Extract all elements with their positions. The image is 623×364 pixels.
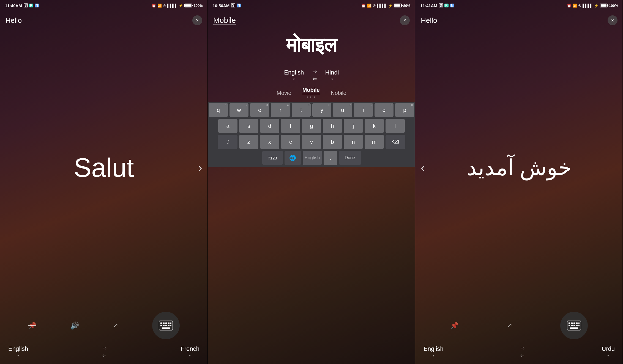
panel-title-left: Hello — [6, 16, 22, 25]
mid-panel: 10:50AM 🅂 N ⏰ 📶 ® ▌▌▌▌ ⚡ 89% Mobile × मो… — [208, 0, 416, 364]
lang-selector-mid: English ▾ ⇒ ⇐ Hindi ▾ — [208, 65, 416, 84]
svg-rect-5 — [170, 322, 171, 324]
key-d[interactable]: d — [260, 119, 279, 133]
svg-rect-13 — [569, 322, 570, 324]
pin-icon-left[interactable]: 📌 — [28, 322, 36, 329]
key-h[interactable]: h — [323, 119, 342, 133]
nav-row-left: ‹ Salut › — [0, 153, 208, 183]
svg-rect-8 — [165, 325, 167, 326]
suggestion-dots: • • • — [307, 95, 315, 99]
status-bar-right: 11:41AM 🅂 R N ⏰ 📶 ® ▌▌▌▌ ⚡ 100% — [415, 0, 623, 11]
key-i[interactable]: 8i — [354, 103, 373, 117]
close-button-right[interactable]: × — [608, 15, 617, 25]
close-button-left[interactable]: × — [192, 15, 202, 25]
svg-rect-16 — [576, 322, 578, 324]
key-t[interactable]: 5t — [292, 103, 311, 117]
svg-rect-3 — [165, 322, 167, 324]
key-w[interactable]: 2w — [229, 103, 248, 117]
key-x[interactable]: x — [260, 135, 279, 149]
suggestions-row: Movie Mobile • • • Nobile — [208, 84, 416, 102]
svg-rect-18 — [569, 325, 570, 326]
key-e[interactable]: 3e — [250, 103, 269, 117]
lang-to-left[interactable]: French ▾ — [181, 345, 199, 357]
key-g[interactable]: g — [302, 119, 321, 133]
keyboard-row-1: 1q 2w 3e 4r 5t 6y 7u 8i 9o 0p — [208, 102, 416, 118]
translation-area-right: ‹ خوش آمدید › — [415, 27, 623, 308]
suggestion-mobile[interactable]: Mobile — [302, 87, 320, 94]
lang-from-mid[interactable]: English ▾ — [284, 69, 304, 81]
lang-from-left[interactable]: English ▾ — [8, 345, 28, 357]
pin-icon-right[interactable]: 📌 — [450, 322, 459, 329]
svg-rect-1 — [160, 322, 162, 324]
key-z[interactable]: z — [239, 135, 258, 149]
key-q[interactable]: 1q — [209, 103, 228, 117]
expand-icon-left[interactable]: ⤢ — [113, 322, 118, 329]
key-m[interactable]: m — [365, 135, 384, 149]
svg-rect-9 — [168, 325, 170, 326]
key-o[interactable]: 9o — [375, 103, 394, 117]
key-delete[interactable]: ⌫ — [386, 135, 405, 149]
svg-rect-11 — [162, 327, 170, 329]
volume-icon-left[interactable]: 🔊 — [70, 321, 79, 330]
svg-rect-4 — [168, 322, 170, 324]
battery-icon-right — [600, 4, 608, 7]
keyboard-button-right[interactable] — [560, 312, 588, 339]
status-icons-left: ⏰ 📶 ® ▌▌▌▌ ⚡ 100% — [152, 4, 203, 8]
nav-left-right[interactable]: ‹ — [418, 158, 428, 177]
keyboard-svg-right — [567, 321, 581, 330]
mid-content: मोबाइल English ▾ ⇒ ⇐ Hindi ▾ Movie Mobil… — [208, 27, 416, 364]
bottom-toolbar-right: 📌 ⤢ — [415, 308, 623, 343]
battery-fill-left — [185, 4, 191, 7]
nav-right-left[interactable]: › — [195, 158, 205, 177]
swap-langs-right[interactable]: ⇒ ⇐ — [520, 345, 524, 359]
key-num-sym[interactable]: ?123 — [262, 151, 283, 165]
svg-rect-19 — [571, 325, 573, 326]
key-u[interactable]: 7u — [333, 103, 352, 117]
key-y[interactable]: 6y — [312, 103, 331, 117]
key-globe[interactable]: 🌐 — [285, 151, 301, 165]
lang-to-mid[interactable]: Hindi ▾ — [325, 69, 339, 81]
key-s[interactable]: s — [239, 119, 258, 133]
status-bar-left: 11:40AM 🅂 R N ⏰ 📶 ® ▌▌▌▌ ⚡ 100% — [0, 0, 208, 11]
keyboard-button-left[interactable] — [152, 312, 180, 339]
suggestion-movie[interactable]: Movie — [277, 90, 291, 96]
swap-langs-left[interactable]: ⇒ ⇐ — [102, 345, 106, 359]
status-time-left: 11:40AM 🅂 R N — [5, 3, 39, 8]
key-n[interactable]: n — [344, 135, 363, 149]
battery-fill-mid — [395, 4, 400, 7]
key-space[interactable]: English — [303, 151, 322, 165]
translation-text-left: Salut — [74, 153, 134, 183]
key-p[interactable]: 0p — [395, 103, 414, 117]
key-r[interactable]: 4r — [271, 103, 290, 117]
key-f[interactable]: f — [281, 119, 300, 133]
close-button-mid[interactable]: × — [400, 15, 410, 25]
translation-area-left: ‹ Salut › — [0, 27, 208, 308]
key-shift[interactable]: ⇧ — [218, 135, 237, 149]
key-a[interactable]: a — [218, 119, 237, 133]
lang-from-right[interactable]: English ▾ — [423, 345, 443, 357]
keyboard-row-4: ?123 🌐 English . Done — [208, 150, 416, 167]
key-l[interactable]: l — [386, 119, 405, 133]
key-k[interactable]: k — [365, 119, 384, 133]
key-c[interactable]: c — [281, 135, 300, 149]
panel-top-mid: Mobile × — [208, 11, 416, 27]
svg-rect-22 — [578, 325, 580, 326]
bottom-toolbar-left: 📌 🔊 ⤢ — [0, 308, 208, 343]
key-done[interactable]: Done — [339, 151, 361, 165]
svg-rect-2 — [163, 322, 165, 324]
svg-rect-10 — [170, 325, 171, 326]
panel-top-left: Hello × — [0, 11, 208, 27]
key-b[interactable]: b — [323, 135, 342, 149]
swap-icon-mid[interactable]: ⇒ ⇐ — [312, 68, 317, 82]
key-v[interactable]: v — [302, 135, 321, 149]
keyboard-svg-left — [159, 321, 173, 330]
right-panel: 11:41AM 🅂 R N ⏰ 📶 ® ▌▌▌▌ ⚡ 100% Hello × … — [415, 0, 623, 364]
key-j[interactable]: j — [344, 119, 363, 133]
keyboard-row-2: a s d f g h j k l — [208, 118, 416, 134]
lang-bottom-right: English ▾ ⇒ ⇐ Urdu ▾ — [415, 343, 623, 364]
svg-rect-14 — [571, 322, 573, 324]
expand-icon-right[interactable]: ⤢ — [507, 322, 512, 329]
lang-to-right[interactable]: Urdu ▾ — [602, 345, 615, 357]
suggestion-nobile[interactable]: Nobile — [331, 90, 346, 96]
key-period[interactable]: . — [324, 151, 337, 165]
